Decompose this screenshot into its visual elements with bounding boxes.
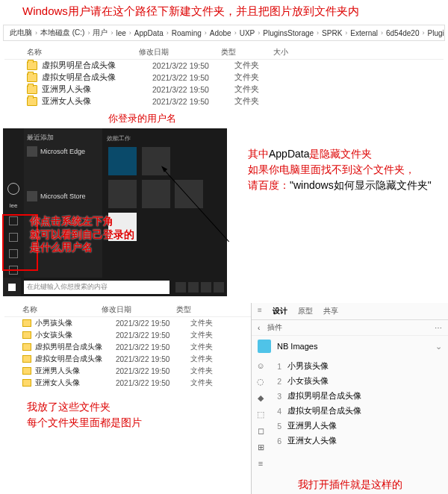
tool-icon[interactable]: ⊞ [258,443,264,452]
tool-icon[interactable]: ☺ [256,361,264,370]
folder-name: 虚拟女明星合成头像 [35,354,116,364]
folder-row[interactable]: 虚拟男明星合成头像2021/3/22 19:50文件夹 [4,60,444,72]
taskbar-icon[interactable] [214,282,224,293]
col-size[interactable]: 大小 [273,47,318,57]
folder-icon [22,343,31,351]
breadcrumb-item[interactable]: 用户 [90,28,111,38]
back-chevron-icon[interactable]: ‹ [258,324,260,332]
folder-name: 虚拟男明星合成头像 [42,60,152,71]
col-date[interactable]: 修改日期 [139,47,221,57]
folder-date: 2021/3/22 19:50 [116,379,190,387]
breadcrumb-item[interactable]: SPRK [319,29,345,37]
folder-row[interactable]: 虚拟女明星合成头像2021/3/22 19:50文件夹 [4,353,251,365]
folder-row[interactable]: 小男孩头像2021/3/22 19:50文件夹 [4,317,251,329]
breadcrumb-item[interactable]: UXP [237,29,258,37]
folder-name: 虚拟男明星合成头像 [35,342,116,352]
plugin-list-item[interactable]: 2小女孩头像 [270,374,448,389]
panel-subheader: ‹ 插件 ⋯ [252,320,448,335]
tab-design[interactable]: 设计 [273,306,287,316]
tab-share[interactable]: 共享 [323,306,338,316]
col-name[interactable]: 名称 [4,47,139,57]
start-button[interactable] [3,278,21,296]
folder-row[interactable]: 亚洲男人头像2021/3/22 19:50文件夹 [4,84,444,96]
col-date[interactable]: 修改日期 [102,304,176,315]
folder-date: 2021/3/22 19:50 [152,73,234,82]
folder-type: 文件夹 [190,354,228,364]
app-item[interactable]: Microsoft Edge [27,144,99,159]
folder-name: 小女孩头像 [35,330,116,340]
xd-plugin-panel: ≡ 设计 原型 共享 ‹ 插件 ⋯ NB Images ⌄ ☺ ◌ ◆ ⬚ ◻ … [251,303,448,494]
folder-row[interactable]: 虚拟女明星合成头像2021/3/22 19:50文件夹 [4,72,444,84]
plugin-list-item[interactable]: 5亚洲男人头像 [270,419,448,434]
tool-icon[interactable]: ≡ [258,459,263,468]
username-annotation: 你登录的用户名 [97,112,187,125]
taskbar-icon[interactable] [188,282,199,293]
folder-type: 文件夹 [190,378,228,388]
tool-icon[interactable]: ◌ [257,377,264,387]
folder-icon [22,355,31,363]
folder-type: 文件夹 [234,60,287,71]
tool-icon[interactable]: ◻ [258,426,264,436]
plugin-list-item[interactable]: 4虚拟女明星合成头像 [270,404,448,419]
item-label: 亚洲男人头像 [287,421,337,431]
folder-type: 文件夹 [190,330,228,340]
tile[interactable] [108,180,137,208]
plugin-list-item[interactable]: 3虚拟男明星合成头像 [270,389,448,404]
folder-row[interactable]: 亚洲女人头像2021/3/22 19:50文件夹 [4,377,251,389]
tool-icon[interactable]: ◆ [258,393,264,403]
folder-name: 亚洲女人头像 [42,96,152,107]
item-index: 5 [274,422,281,431]
taskbar-icon[interactable] [201,282,211,293]
breadcrumb-item[interactable]: PluginsStorage [260,29,317,37]
app-item[interactable]: Microsoft Store [27,189,99,204]
user-avatar-icon[interactable] [7,183,19,195]
breadcrumb-item[interactable]: External [347,29,381,37]
callout-start-menu: 你点击系统左下角 就可以看到自己登录的 是什么用户名 [30,215,134,254]
tile[interactable] [175,180,203,208]
breadcrumb-item[interactable]: Adobe [207,29,234,37]
folder-date: 2021/3/22 19:50 [116,367,190,375]
breadcrumb-item[interactable]: 此电脑 [7,28,35,38]
folder-row[interactable]: 小女孩头像2021/3/22 19:50文件夹 [4,329,251,341]
tool-icon[interactable]: ⬚ [257,410,264,419]
breadcrumb-bar[interactable]: 此电脑›本地磁盘 (C:)›用户›lee›AppData›Roaming›Ado… [3,25,445,41]
more-icon[interactable]: ⋯ [435,324,442,332]
folder-list-bottom: 名称 修改日期 类型 小男孩头像2021/3/22 19:50文件夹小女孩头像2… [0,303,251,494]
plugin-list-item[interactable]: 6亚洲女人头像 [270,434,448,448]
folder-icon [27,73,37,82]
item-index: 1 [274,362,281,371]
col-name[interactable]: 名称 [4,304,102,315]
breadcrumb-item[interactable]: AppData [131,29,167,37]
tile[interactable] [108,147,137,175]
windows-logo-icon [8,284,16,291]
plugin-list-item[interactable]: 1小男孩头像 [270,359,448,374]
folder-row[interactable]: 虚拟男明星合成头像2021/3/22 19:50文件夹 [4,341,251,353]
folder-name: 小男孩头像 [35,318,116,328]
breadcrumb-item[interactable]: PluginData [425,29,446,37]
folder-icon [27,61,37,70]
folder-name: 亚洲女人头像 [35,378,116,388]
panel-tool-column: ☺ ◌ ◆ ⬚ ◻ ⊞ ≡ [252,357,270,472]
breadcrumb-item[interactable]: Roaming [169,29,205,37]
breadcrumb-item[interactable]: 本地磁盘 (C:) [37,28,87,38]
breadcrumb-item[interactable]: 6d54de20 [383,29,423,37]
tile[interactable] [142,180,170,208]
breadcrumb-item[interactable]: lee [113,29,128,37]
column-headers: 名称 修改日期 类型 大小 [4,46,444,60]
tab-prototype[interactable]: 原型 [298,306,313,316]
tile-group-label: 效能工作 [107,134,223,143]
col-type[interactable]: 类型 [221,47,273,57]
folder-type: 文件夹 [234,72,287,83]
taskbar-icon[interactable] [175,282,186,293]
recent-label: 最近添加 [27,133,99,143]
folder-row[interactable]: 亚洲男人头像2021/3/22 19:50文件夹 [4,365,251,377]
folder-row[interactable]: 亚洲女人头像2021/3/22 19:50文件夹 [4,96,444,107]
folder-icon [22,379,31,387]
col-type[interactable]: 类型 [176,304,214,315]
item-label: 小男孩头像 [287,361,329,372]
user-name[interactable]: lee [10,202,18,209]
appdata-annotation: 其中AppData是隐藏文件夹 如果你电脑里面找不到这个文件夹， 请百度："wi… [248,146,432,193]
taskbar-search[interactable]: 在此键输入你想搜索的内容 [24,281,169,294]
plugin-header-row[interactable]: NB Images ⌄ [252,335,448,357]
folder-date: 2021/3/22 19:50 [116,355,190,363]
